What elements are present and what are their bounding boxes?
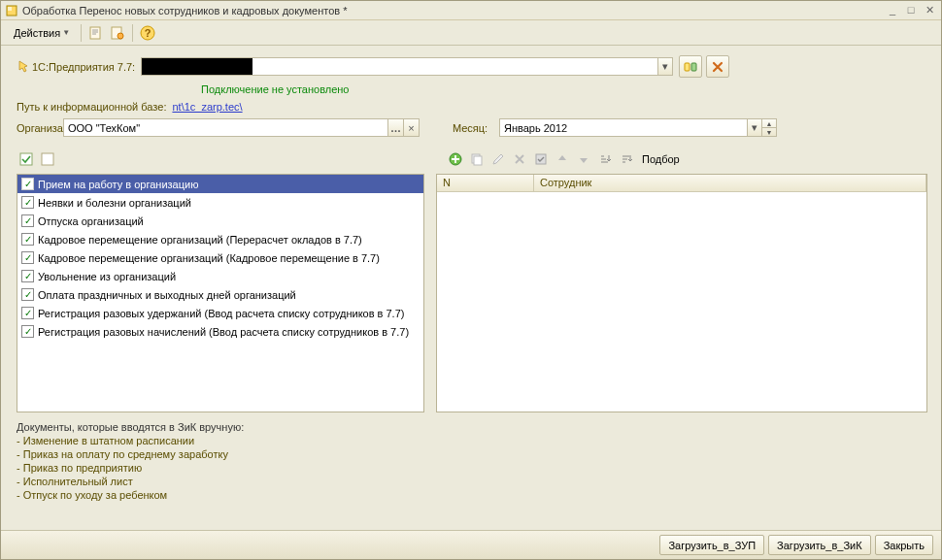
org-clear-button[interactable]: ×	[403, 119, 419, 136]
checklist-item-label: Кадровое перемещение организаций (Кадров…	[38, 252, 380, 264]
month-combo[interactable]: Январь 2012 ▾ ▲ ▼	[499, 118, 777, 137]
main-panes: ✓Прием на работу в организацию✓Неявки и …	[17, 174, 927, 412]
uncheck-all-button[interactable]	[38, 149, 57, 169]
tables-toolbar: Подбор	[17, 147, 927, 172]
load-zup-button[interactable]: Загрузить_в_ЗУП	[659, 535, 764, 555]
checklist-item-label: Отпуска организаций	[38, 215, 144, 227]
checkbox-icon[interactable]: ✓	[21, 325, 34, 338]
org-value: ООО "ТехКом"	[64, 122, 387, 134]
cancel-connection-button[interactable]	[706, 55, 729, 78]
bottom-bar: Загрузить_в_ЗУП Загрузить_в_ЗиК Закрыть	[1, 530, 941, 559]
db-path-dropdown-icon[interactable]: ▾	[657, 58, 672, 75]
month-down-icon[interactable]: ▼	[762, 128, 776, 136]
main-toolbar: Действия ▼ ?	[1, 20, 941, 46]
svg-rect-10	[42, 153, 53, 165]
copy-row-button[interactable]	[467, 149, 487, 169]
employees-grid[interactable]: N Сотрудник	[436, 174, 927, 412]
checklist-item-label: Оплата праздничных и выходных дней орган…	[38, 289, 296, 301]
close-button[interactable]: ✕	[922, 4, 937, 17]
selection-button[interactable]: Подбор	[642, 153, 680, 165]
db-path-masked	[142, 58, 252, 75]
chevron-down-icon: ▼	[62, 28, 70, 37]
svg-rect-8	[691, 63, 696, 71]
document-types-checklist[interactable]: ✓Прием на работу в организацию✓Неявки и …	[17, 174, 424, 412]
checklist-item[interactable]: ✓Кадровое перемещение организаций (Перер…	[17, 230, 423, 248]
connection-status: Подключение не установлено	[201, 83, 927, 95]
checkbox-icon[interactable]: ✓	[21, 196, 34, 209]
move-down-button[interactable]	[574, 149, 593, 169]
checklist-item[interactable]: ✓Регистрация разовых удержаний (Ввод рас…	[17, 304, 423, 322]
check-all-button[interactable]	[17, 149, 36, 169]
minimize-button[interactable]: _	[885, 4, 900, 17]
checklist-item[interactable]: ✓Отпуска организаций	[17, 212, 423, 230]
notes-line: - Отпуск по уходу за ребенком	[17, 488, 927, 502]
checkbox-icon[interactable]: ✓	[21, 270, 34, 282]
notes-line: - Приказ по предприятию	[17, 461, 927, 475]
settings-icon-button[interactable]	[107, 22, 128, 44]
close-form-button[interactable]: Закрыть	[875, 535, 933, 555]
delete-row-button[interactable]	[510, 149, 529, 169]
actions-label: Действия	[14, 27, 60, 39]
add-row-button[interactable]	[446, 149, 465, 169]
manual-docs-notes: Документы, которые вводятся в ЗиК вручну…	[17, 420, 927, 502]
checklist-item-label: Прием на работу в организацию	[38, 179, 198, 190]
svg-rect-14	[536, 154, 546, 164]
checkbox-icon[interactable]: ✓	[21, 288, 34, 301]
db-path-combo[interactable]: ▾	[141, 57, 673, 76]
checklist-item-label: Неявки и болезни организаций	[38, 197, 191, 209]
grid-body	[437, 192, 926, 412]
checkbox-icon[interactable]: ✓	[21, 307, 34, 319]
grid-col-employee[interactable]: Сотрудник	[534, 175, 926, 191]
grid-col-number[interactable]: N	[437, 175, 534, 191]
month-dropdown-icon[interactable]: ▾	[747, 119, 761, 136]
month-label: Месяц:	[453, 122, 499, 134]
notes-line: - Исполнительный лист	[17, 475, 927, 488]
checklist-item-label: Кадровое перемещение организаций (Перера…	[38, 234, 362, 246]
move-up-button[interactable]	[553, 149, 572, 169]
titlebar: Обработка Перенос новых сотрудников и ка…	[1, 1, 941, 20]
help-button[interactable]: ?	[137, 22, 158, 44]
month-spinner[interactable]: ▲ ▼	[761, 119, 776, 136]
load-zik-button[interactable]: Загрузить_в_ЗиК	[768, 535, 871, 555]
finish-edit-button[interactable]	[531, 149, 551, 169]
window-title: Обработка Перенос новых сотрудников и ка…	[22, 5, 885, 16]
checklist-item-label: Регистрация разовых удержаний (Ввод расч…	[38, 308, 404, 319]
month-up-icon[interactable]: ▲	[762, 119, 776, 128]
cursor-icon	[17, 59, 32, 75]
script-icon-button[interactable]	[85, 22, 107, 44]
checklist-item[interactable]: ✓Увольнение из организаций	[17, 267, 423, 285]
refresh-connection-button[interactable]	[679, 55, 702, 78]
app-icon	[5, 4, 18, 17]
svg-rect-7	[685, 63, 690, 71]
svg-rect-9	[20, 153, 32, 165]
checklist-item-label: Регистрация разовых начислений (Ввод рас…	[38, 326, 409, 338]
infobase-path-link[interactable]: nt\1c_zarp.tec\	[172, 101, 242, 113]
notes-title: Документы, которые вводятся в ЗиК вручну…	[17, 420, 927, 434]
checklist-item[interactable]: ✓Кадровое перемещение организаций (Кадро…	[17, 248, 423, 267]
checkbox-icon[interactable]: ✓	[21, 178, 34, 190]
sort-asc-button[interactable]	[595, 149, 615, 169]
checklist-item[interactable]: ✓Оплата праздничных и выходных дней орга…	[17, 285, 423, 304]
checklist-item[interactable]: ✓Неявки и болезни организаций	[17, 193, 423, 212]
infobase-path-row: Путь к информационной базе: nt\1c_zarp.t…	[17, 101, 927, 113]
edit-row-button[interactable]	[488, 149, 508, 169]
notes-line: - Изменение в штатном расписании	[17, 434, 927, 447]
actions-menu[interactable]: Действия ▼	[7, 24, 77, 42]
org-select-button[interactable]: …	[387, 119, 403, 136]
org-input[interactable]: ООО "ТехКом" … ×	[63, 118, 420, 137]
checklist-item[interactable]: ✓Регистрация разовых начислений (Ввод ра…	[17, 322, 423, 341]
checklist-item[interactable]: ✓Прием на работу в организацию	[17, 175, 423, 193]
checkbox-icon[interactable]: ✓	[21, 233, 34, 246]
maximize-button[interactable]: □	[903, 4, 919, 17]
checkbox-icon[interactable]: ✓	[21, 214, 34, 227]
svg-rect-1	[8, 7, 12, 11]
sort-desc-button[interactable]	[617, 149, 636, 169]
svg-rect-2	[90, 27, 100, 39]
infobase-path-label: Путь к информационной базе:	[17, 101, 166, 113]
grid-header: N Сотрудник	[437, 175, 926, 192]
org-label: Организа	[17, 122, 63, 134]
svg-text:?: ?	[145, 27, 151, 39]
org-month-row: Организа ООО "ТехКом" … × Месяц: Январь …	[17, 118, 927, 137]
checkbox-icon[interactable]: ✓	[21, 251, 34, 264]
month-value: Январь 2012	[500, 122, 747, 134]
